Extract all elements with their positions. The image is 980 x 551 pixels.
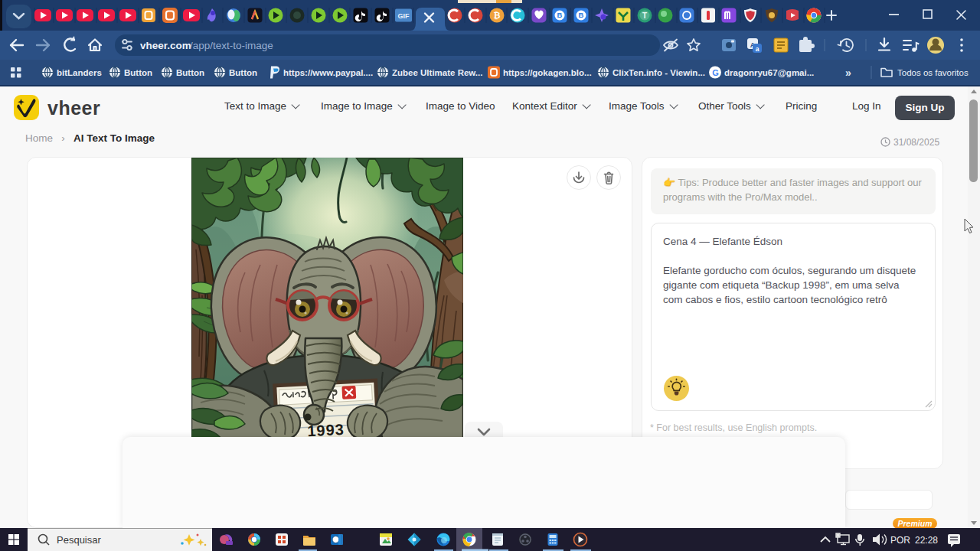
- svg-text:ClixTen.info - Viewin...: ClixTen.info - Viewin...: [612, 68, 705, 77]
- svg-text:T: T: [642, 11, 647, 20]
- svg-text:https://www.paypal....: https://www.paypal....: [283, 68, 373, 77]
- svg-text:bitLanders: bitLanders: [57, 68, 102, 77]
- svg-text:https://gokagen.blo...: https://gokagen.blo...: [503, 68, 592, 77]
- svg-text:₿: ₿: [494, 11, 501, 20]
- svg-text:Pesquisar: Pesquisar: [57, 534, 101, 546]
- svg-text:POR: POR: [890, 535, 910, 546]
- svg-text:Button: Button: [176, 68, 204, 77]
- svg-text:Zubee Ultimate Rew...: Zubee Ultimate Rew...: [392, 68, 482, 77]
- svg-text:/app/text-to-image: /app/text-to-image: [190, 40, 273, 51]
- svg-text:a: a: [756, 45, 760, 53]
- svg-text:22:28: 22:28: [915, 535, 938, 546]
- svg-text:G: G: [712, 68, 719, 77]
- svg-text:Todos os favoritos: Todos os favoritos: [897, 68, 969, 77]
- svg-text:vheer.com: vheer.com: [140, 40, 191, 51]
- svg-text:»: »: [845, 67, 851, 79]
- svg-text:vheer: vheer: [47, 97, 100, 119]
- svg-text:dragonryu67@gmai...: dragonryu67@gmai...: [724, 68, 814, 77]
- svg-text:Button: Button: [229, 68, 257, 77]
- svg-text:GIF: GIF: [398, 12, 410, 20]
- svg-text:Button: Button: [124, 68, 152, 77]
- svg-text:B: B: [557, 11, 563, 19]
